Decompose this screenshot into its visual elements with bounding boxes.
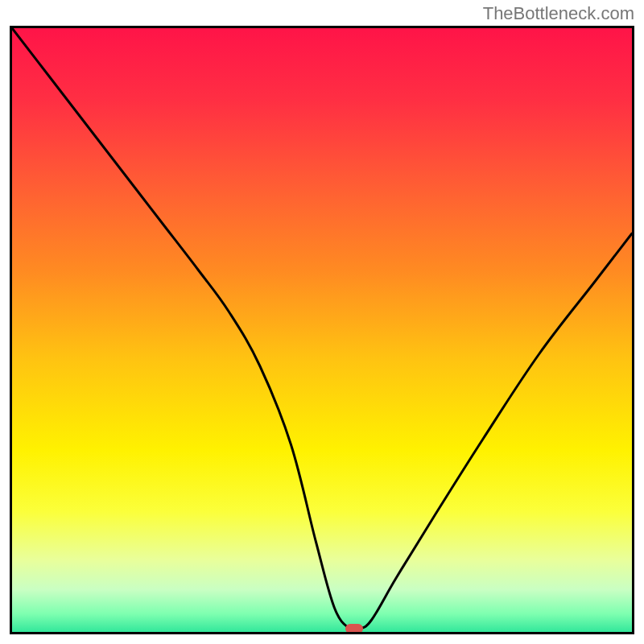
optimal-marker [345,624,363,634]
plot-frame [10,26,634,634]
bottleneck-curve [12,28,632,632]
chart-container: TheBottleneck.com [0,0,644,644]
watermark-text: TheBottleneck.com [483,3,634,24]
